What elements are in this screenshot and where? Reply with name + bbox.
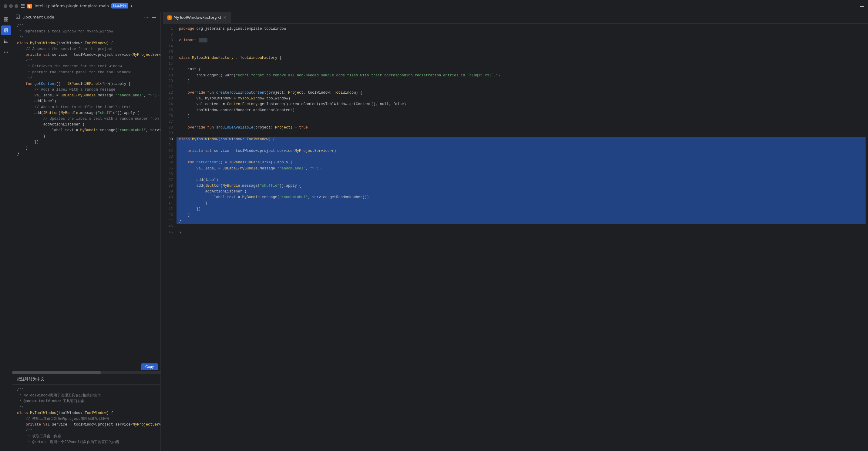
line-num: 40: [163, 195, 177, 200]
line-num: 37: [163, 177, 177, 183]
tab-bar: K MyToolWindowFactory.kt ✕: [163, 12, 868, 24]
editor-line-selected: }: [177, 218, 866, 224]
code-line: addActionListener {: [12, 122, 160, 128]
line-num: 23: [163, 96, 177, 101]
left-code-view: /** * Represents a tool window for MyToo…: [12, 22, 160, 362]
line-num: 42: [163, 206, 177, 212]
code-line: label.text = MyBundle.message("randomLab…: [12, 128, 160, 133]
window-dot3: [14, 4, 18, 8]
code-line: }: [12, 151, 160, 157]
svg-point-18: [7, 52, 8, 53]
editor-tab[interactable]: K MyToolWindowFactory.kt ✕: [163, 12, 231, 23]
line-num: 34: [163, 160, 177, 165]
code-line: * @param toolWindow 工具窗口对象: [12, 398, 160, 404]
window-controls: [4, 4, 18, 8]
line-num: 14: [163, 44, 177, 50]
vcs-dropdown-icon[interactable]: ▾: [131, 4, 132, 7]
code-line: * @return the content panel for the tool…: [12, 70, 160, 75]
line-num: 18: [163, 67, 177, 72]
activity-project-btn[interactable]: [1, 14, 11, 24]
line-num: 24: [163, 101, 177, 107]
code-line: }: [12, 134, 160, 139]
line-num: 29: [163, 131, 177, 136]
svg-point-10: [4, 40, 5, 41]
window-dot: [4, 4, 7, 8]
editor-area: 1 2 3 14 15 16 17 18 19 20 21 22 23 24 2…: [163, 24, 868, 451]
editor-line-selected: }): [177, 206, 866, 212]
tab-label: MyToolWindowFactory.kt: [174, 15, 221, 20]
activity-structure-btn[interactable]: [1, 36, 11, 46]
vcs-badge[interactable]: 版本控制: [111, 3, 128, 8]
svg-point-17: [5, 52, 6, 53]
panel-gutter: [161, 12, 163, 451]
svg-rect-4: [4, 20, 6, 21]
code-line: // Adds a label with a random message: [12, 87, 160, 93]
tab-close-btn[interactable]: ✕: [223, 15, 226, 20]
panel-minimize-btn[interactable]: —: [151, 14, 157, 20]
code-line: class MyToolWindow(toolWindow: ToolWindo…: [12, 41, 160, 46]
line-num: 15: [163, 50, 177, 55]
code-line: */: [12, 75, 160, 81]
editor-line: [177, 50, 866, 55]
svg-point-12: [4, 42, 5, 43]
line-num: 27: [163, 119, 177, 125]
editor-line-selected: fun getContent() = JBPanel<JBPanel<*>>()…: [177, 160, 866, 165]
code-line: */: [12, 35, 160, 40]
code-editor[interactable]: package org.jetbrains.plugins.template.t…: [177, 24, 866, 451]
translate-label: 把注释转为中文: [12, 374, 160, 384]
editor-line: override fun shouldBeAvailable(project: …: [177, 125, 866, 131]
activity-more-btn[interactable]: [1, 47, 11, 57]
code-line: * 获取工具窗口内容: [12, 434, 160, 440]
minimize-button[interactable]: —: [860, 4, 864, 8]
line-num: 21: [163, 84, 177, 90]
editor-line-selected: label.text = MyBundle.message("randomLab…: [177, 195, 866, 200]
code-line: }: [12, 145, 160, 151]
editor-line: [177, 131, 866, 136]
code-line: /**: [12, 58, 160, 64]
right-panel: K MyToolWindowFactory.kt ✕ 1 2 3 14 15 1…: [163, 12, 868, 451]
code-line: // Updates the label's text with a rando…: [12, 116, 160, 122]
editor-line-selected: private val service = toolWindow.project…: [177, 148, 866, 154]
panel-icon: [16, 14, 20, 20]
project-name: intellij-platform-plugin-template-main: [35, 4, 109, 8]
tab-file-icon: K: [167, 15, 172, 20]
copy-button[interactable]: Copy: [141, 363, 158, 370]
code-line: fun getContent() = JBPanel<JBPanel<*>>()…: [12, 81, 160, 87]
code-line: * Retrieves the content for the tool win…: [12, 64, 160, 69]
editor-line: [177, 32, 866, 38]
editor-line-selected: }: [177, 201, 866, 206]
line-num: 28: [163, 125, 177, 131]
code-line: // 使用工具窗口对象的project属性获取项目服务: [12, 416, 160, 422]
code-line: class MyToolWindow(toolWindow: ToolWindo…: [12, 410, 160, 416]
code-line: private val service = toolWindow.project…: [12, 52, 160, 58]
editor-line-selected: [177, 154, 866, 160]
line-num: 35: [163, 166, 177, 171]
line-num: 43: [163, 212, 177, 218]
code-line: }): [12, 139, 160, 145]
activity-document-btn[interactable]: [1, 26, 11, 35]
editor-line-selected: }: [177, 212, 866, 218]
editor-line: [177, 224, 866, 229]
editor-line: val content = ContentFactory.getInstance…: [177, 101, 866, 107]
svg-point-16: [4, 52, 5, 53]
line-num: 26: [163, 114, 177, 119]
editor-line: thisLogger().warn("Don't forget to remov…: [177, 73, 866, 78]
line-num: 20: [163, 78, 177, 84]
right-scrollbar[interactable]: [866, 24, 868, 451]
svg-rect-2: [4, 18, 6, 19]
editor-line: }: [177, 230, 866, 235]
editor-line: package org.jetbrains.plugins.template.t…: [177, 26, 866, 32]
line-numbers: 1 2 3 14 15 16 17 18 19 20 21 22 23 24 2…: [163, 24, 177, 451]
svg-point-11: [4, 41, 5, 42]
panel-options-btn[interactable]: ⋯: [144, 14, 149, 20]
line-num: 2: [163, 32, 177, 38]
svg-rect-5: [6, 20, 8, 21]
panel-title: Document Code: [23, 15, 54, 20]
editor-line-selected: add(JButton(MyBundle.message("shuffle"))…: [177, 183, 866, 189]
editor-line: [177, 84, 866, 90]
line-num: 3: [163, 38, 177, 43]
left-horizontal-scrollbar[interactable]: [12, 371, 160, 374]
code-line: // Accesses the service from the project: [12, 46, 160, 52]
code-line: /**: [12, 23, 160, 29]
hamburger-icon[interactable]: ☰: [21, 3, 25, 9]
